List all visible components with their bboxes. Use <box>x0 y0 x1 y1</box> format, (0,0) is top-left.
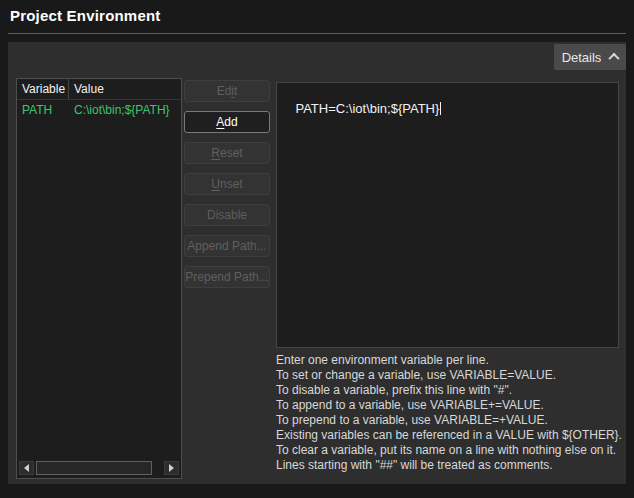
title-separator <box>8 33 626 34</box>
edit-button-label: Ed <box>217 84 232 98</box>
scrollbar-track[interactable] <box>35 461 163 475</box>
append-path-button-label: Append Path... <box>187 239 266 253</box>
details-button[interactable]: Details <box>554 44 626 70</box>
help-text: Enter one environment variable per line.… <box>276 353 626 473</box>
chevron-up-icon <box>609 53 620 64</box>
page-title: Project Environment <box>10 7 161 24</box>
help-line: Existing variables can be referenced in … <box>276 428 626 443</box>
prepend-path-button[interactable]: Prepend Path... <box>184 266 270 288</box>
reset-button[interactable]: Reset <box>184 142 270 164</box>
actions-column: Edit Add Reset Unset Disable Append Path… <box>184 80 270 288</box>
scroll-right-icon <box>169 464 174 472</box>
column-header-value[interactable]: Value <box>69 79 181 99</box>
help-line: Lines starting with "##" will be treated… <box>276 458 626 473</box>
help-line: To disable a variable, prefix this line … <box>276 383 626 398</box>
scroll-left-button[interactable] <box>19 461 34 475</box>
column-header-variable[interactable]: Variable <box>17 79 69 99</box>
unset-button[interactable]: Unset <box>184 173 270 195</box>
details-button-label: Details <box>562 50 602 65</box>
project-environment-panel: Details Variable Value PATH C:\iot\bin;$… <box>8 42 626 484</box>
horizontal-scrollbar[interactable] <box>19 460 179 476</box>
scroll-left-icon <box>24 464 29 472</box>
help-line: To append to a variable, use VARIABLE+=V… <box>276 398 626 413</box>
help-line: Enter one environment variable per line. <box>276 353 626 368</box>
help-line: To clear a variable, put its name on a l… <box>276 443 626 458</box>
variable-name-cell[interactable]: PATH <box>17 100 69 120</box>
edit-button[interactable]: Edit <box>184 80 270 102</box>
table-header: Variable Value <box>17 79 181 100</box>
add-button[interactable]: Add <box>184 111 270 133</box>
table-row[interactable]: PATH C:\iot\bin;${PATH} <box>17 100 181 120</box>
text-caret <box>440 102 441 115</box>
scrollbar-thumb[interactable] <box>36 461 152 475</box>
scroll-right-button[interactable] <box>164 461 179 475</box>
editor-text: PATH=C:\iot\bin;${PATH} <box>295 101 439 116</box>
variable-value-cell[interactable]: C:\iot\bin;${PATH} <box>69 100 181 120</box>
help-line: To prepend to a variable, use VARIABLE=+… <box>276 413 626 428</box>
help-line: To set or change a variable, use VARIABL… <box>276 368 626 383</box>
disable-button-label: Disable <box>207 208 247 222</box>
disable-button[interactable]: Disable <box>184 204 270 226</box>
environment-editor[interactable]: PATH=C:\iot\bin;${PATH} <box>276 82 619 348</box>
environment-variables-table[interactable]: Variable Value PATH C:\iot\bin;${PATH} <box>16 78 182 479</box>
prepend-path-button-label: Prepend Path... <box>185 270 268 284</box>
append-path-button[interactable]: Append Path... <box>184 235 270 257</box>
